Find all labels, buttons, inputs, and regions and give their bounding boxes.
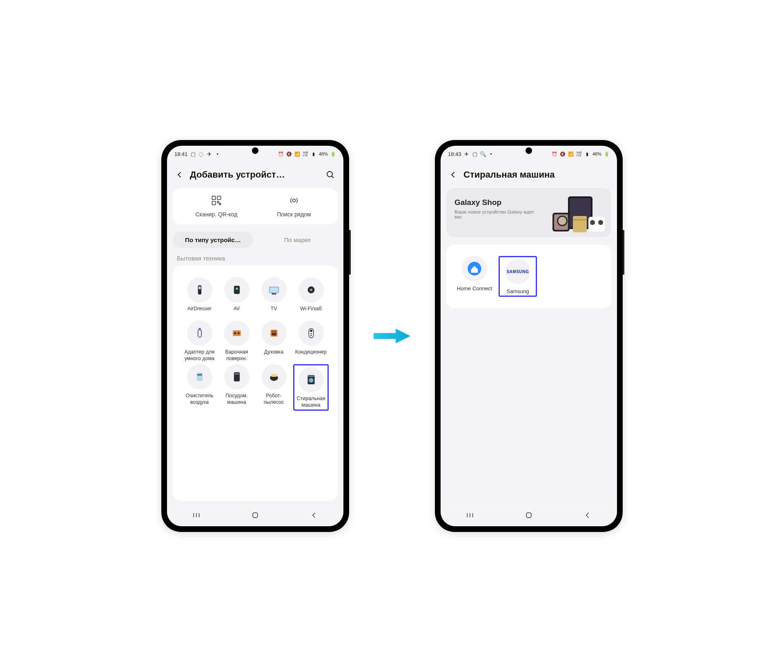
device-item-av[interactable]: AV bbox=[219, 277, 254, 318]
status-time: 18:41 bbox=[174, 151, 188, 157]
brand-label: Home Connect bbox=[455, 285, 494, 292]
svg-rect-23 bbox=[272, 331, 276, 332]
device-label: Очиститель воздуха bbox=[182, 393, 217, 405]
nav-home-icon[interactable] bbox=[524, 511, 533, 520]
airdresser-icon bbox=[187, 277, 212, 303]
device-item-adapter[interactable]: Адаптер для умного дома bbox=[182, 320, 217, 362]
status-lte-icon: VoBLTE bbox=[303, 151, 308, 157]
nav-back-icon[interactable] bbox=[583, 511, 592, 520]
brand-item-samsung[interactable]: SAMSUNGSamsung bbox=[499, 256, 537, 297]
status-battery-icon: 🔋 bbox=[330, 151, 336, 157]
status-signal-icon: ▮ bbox=[584, 151, 590, 157]
homeconnect-icon bbox=[462, 256, 487, 281]
device-item-robot[interactable]: Робот-пылесос bbox=[256, 364, 292, 410]
device-item-airdresser[interactable]: AirDresser bbox=[182, 277, 217, 318]
search-icon[interactable] bbox=[325, 170, 335, 180]
view-tabs: По типу устройс… По марке bbox=[167, 230, 343, 252]
status-battery: 48% bbox=[592, 151, 601, 156]
status-signal-icon: ▮ bbox=[311, 151, 316, 157]
status-search-icon: 🔍 bbox=[480, 151, 486, 157]
status-mute-icon: 🔇 bbox=[286, 151, 292, 157]
device-label: Wi-Fi/хаб bbox=[293, 306, 329, 318]
svg-rect-2 bbox=[212, 196, 216, 200]
av-icon bbox=[224, 277, 249, 303]
purifier-icon bbox=[187, 364, 212, 389]
tab-by-device-type[interactable]: По типу устройс… bbox=[173, 231, 253, 248]
top-actions-card: Сканир. QR-код Поиск рядом bbox=[173, 188, 338, 224]
svg-rect-9 bbox=[198, 287, 201, 289]
svg-rect-31 bbox=[234, 374, 239, 375]
device-item-ac[interactable]: Кондиционер bbox=[293, 320, 329, 362]
svg-rect-16 bbox=[198, 330, 201, 337]
status-wifi-icon: 📶 bbox=[294, 151, 300, 157]
nav-recents-icon[interactable] bbox=[192, 511, 201, 520]
device-label: AirDresser bbox=[182, 306, 217, 318]
device-label: TV bbox=[256, 306, 292, 318]
oven-icon bbox=[261, 320, 287, 346]
scan-qr-button[interactable]: Сканир. QR-код bbox=[178, 195, 255, 218]
nav-home-icon[interactable] bbox=[251, 511, 260, 520]
device-label: Посудом. машина bbox=[219, 393, 254, 405]
navigation-bar bbox=[167, 503, 343, 526]
svg-point-19 bbox=[234, 332, 236, 334]
device-label: Варочная поверхн. bbox=[219, 349, 254, 362]
banner-subtitle: Ваше новое устройство Galaxy ждет вас bbox=[454, 209, 536, 219]
brand-item-homeconnect[interactable]: Home Connect bbox=[455, 256, 494, 297]
search-nearby-button[interactable]: Поиск рядом bbox=[255, 195, 333, 218]
back-icon[interactable] bbox=[449, 170, 458, 179]
status-telegram-icon: ✈ bbox=[464, 151, 470, 157]
adapter-icon bbox=[187, 320, 212, 346]
status-mute-icon: 🔇 bbox=[560, 151, 566, 157]
screen-right: 18:43 ✈ ▢ 🔍 • ⏰ 🔇 📶 VoBLTE ▮ 48% 🔋 Стира… bbox=[441, 146, 617, 526]
header: Стиральная машина bbox=[441, 162, 617, 188]
cooktop-icon bbox=[224, 320, 249, 346]
svg-point-35 bbox=[309, 378, 313, 383]
nav-recents-icon[interactable] bbox=[466, 511, 474, 520]
back-icon[interactable] bbox=[175, 170, 184, 179]
device-item-cooktop[interactable]: Варочная поверхн. bbox=[219, 320, 254, 362]
svg-rect-33 bbox=[271, 374, 276, 377]
svg-rect-51 bbox=[573, 216, 587, 232]
device-label: Кондиционер bbox=[293, 349, 329, 361]
status-time: 18:43 bbox=[448, 151, 461, 157]
galaxy-shop-banner[interactable]: Galaxy Shop Ваше новое устройство Galaxy… bbox=[446, 188, 611, 237]
device-label: Адаптер для умного дома bbox=[182, 349, 217, 362]
page-title: Добавить устройст… bbox=[190, 169, 320, 180]
svg-rect-40 bbox=[253, 513, 258, 518]
nav-back-icon[interactable] bbox=[310, 511, 318, 520]
svg-point-26 bbox=[310, 333, 312, 334]
brand-label: Samsung bbox=[501, 288, 535, 295]
screen-left: 18:41 ▢ ◌ ✈ • ⏰ 🔇 📶 VoBLTE ▮ 48% 🔋 Добав… bbox=[167, 146, 343, 526]
svg-rect-17 bbox=[198, 328, 201, 330]
svg-rect-52 bbox=[573, 219, 587, 220]
device-item-hub[interactable]: Wi-Fi/хаб bbox=[293, 277, 329, 318]
phone-left: 18:41 ▢ ◌ ✈ • ⏰ 🔇 📶 VoBLTE ▮ 48% 🔋 Добав… bbox=[161, 140, 349, 532]
svg-rect-3 bbox=[217, 196, 220, 200]
status-wifi-icon: 📶 bbox=[568, 151, 574, 157]
device-item-oven[interactable]: Духовка bbox=[256, 320, 292, 362]
svg-point-15 bbox=[310, 289, 312, 291]
qr-code-icon bbox=[211, 195, 222, 206]
device-item-dishwasher[interactable]: Посудом. машина bbox=[219, 364, 254, 410]
samsung-icon: SAMSUNG bbox=[505, 259, 530, 284]
svg-point-11 bbox=[236, 287, 238, 290]
svg-point-20 bbox=[237, 332, 240, 334]
tab-by-brand[interactable]: По марке bbox=[257, 231, 338, 248]
dishwasher-icon bbox=[224, 364, 249, 389]
device-item-purifier[interactable]: Очиститель воздуха bbox=[182, 364, 217, 410]
device-item-tv[interactable]: TV bbox=[256, 277, 292, 318]
svg-line-1 bbox=[332, 176, 334, 178]
washer-icon bbox=[298, 367, 324, 392]
scan-qr-label: Сканир. QR-код bbox=[178, 211, 255, 218]
device-label: Стиральная машина bbox=[295, 396, 327, 408]
status-alarm-icon: ⏰ bbox=[552, 151, 557, 157]
brand-row: Home ConnectSAMSUNGSamsung bbox=[450, 252, 607, 301]
svg-point-27 bbox=[310, 335, 312, 336]
status-dot-icon: • bbox=[488, 151, 494, 157]
device-item-washer[interactable]: Стиральная машина bbox=[293, 364, 329, 410]
svg-rect-36 bbox=[308, 376, 314, 377]
status-image-icon: ▢ bbox=[472, 151, 478, 157]
svg-point-0 bbox=[327, 171, 332, 177]
status-image-icon: ▢ bbox=[190, 151, 196, 157]
device-grid-card: AirDresserAVTVWi-Fi/хабАдаптер для умног… bbox=[173, 266, 338, 501]
